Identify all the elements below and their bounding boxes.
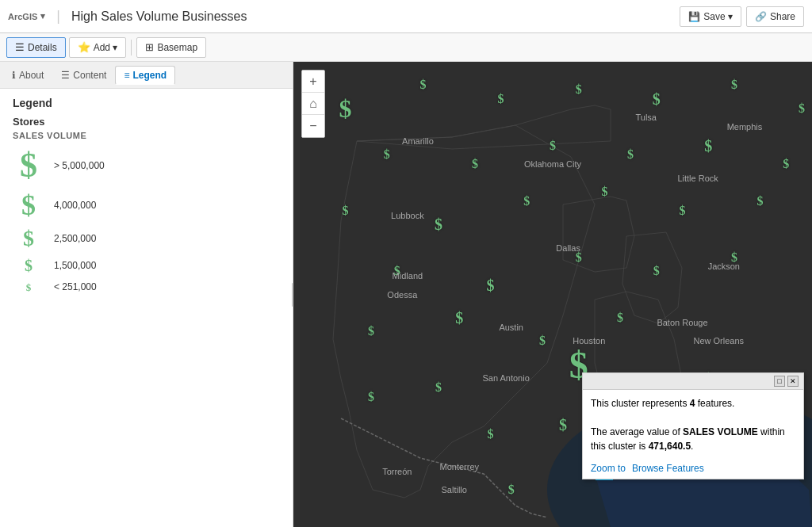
- legend-item: $ 1,500,000: [13, 258, 280, 273]
- legend-content: Legend Stores SALES VOLUME $ > 5,000,000…: [0, 89, 293, 308]
- basemap-icon: ⊞: [145, 41, 154, 53]
- popup-restore-button[interactable]: □: [774, 376, 785, 387]
- basemap-button[interactable]: ⊞ Basemap: [136, 37, 206, 58]
- topbar-right: 💾 Save ▾ 🔗 Share: [680, 6, 804, 27]
- legend-item-label: 4,000,000: [54, 200, 96, 211]
- page-title: High Sales Volume Businesses: [71, 10, 247, 24]
- legend-item: $ < 251,000: [13, 281, 280, 292]
- dollar-sign-icon: $: [23, 227, 34, 250]
- legend-item: $ 4,000,000: [13, 191, 280, 220]
- popup-zoom-link[interactable]: Zoom to: [591, 463, 626, 474]
- legend-symbol: $: [13, 258, 44, 273]
- save-label: Save ▾: [703, 11, 733, 22]
- save-button[interactable]: 💾 Save ▾: [680, 6, 741, 27]
- arcgis-dropdown-icon[interactable]: ▾: [40, 11, 45, 21]
- top-bar: ArcGIS ▾ | High Sales Volume Businesses …: [0, 0, 812, 33]
- map-area[interactable]: $$$$$$$$$$$$$$$$$$$$$$$$$$$$$$$$$$$$$$$$…: [293, 62, 812, 527]
- zoom-in-button[interactable]: +: [302, 71, 324, 93]
- legend-item-label: 2,500,000: [54, 233, 96, 244]
- legend-symbol: $: [13, 148, 44, 183]
- legend-tab-label: Legend: [132, 70, 167, 81]
- popup-browse-link[interactable]: Browse Features: [632, 463, 704, 474]
- about-tab-icon: ℹ: [12, 70, 16, 81]
- dollar-sign-icon: $: [20, 148, 37, 183]
- legend-item-label: > 5,000,000: [54, 160, 105, 171]
- dollar-sign-icon: $: [21, 191, 36, 220]
- add-icon: ⭐: [78, 41, 90, 53]
- popup-text2: features.: [695, 398, 734, 409]
- basemap-label: Basemap: [157, 42, 197, 53]
- content-tab-label: Content: [73, 70, 106, 81]
- popup-body: This cluster represents 4 features. The …: [583, 390, 803, 460]
- legend-title: Legend: [13, 97, 280, 109]
- popup-field-label: SALES VOLUME: [683, 426, 758, 437]
- sidebar-tabs: ℹ About ☰ Content ≡ Legend: [0, 62, 293, 89]
- legend-item-label: < 251,000: [54, 281, 97, 292]
- popup-text1: This cluster represents: [591, 398, 690, 409]
- share-label: Share: [770, 11, 795, 22]
- popup-titlebar: □ ✕: [583, 373, 803, 390]
- legend-symbol: $: [13, 191, 44, 220]
- tab-legend[interactable]: ≡ Legend: [115, 66, 175, 85]
- popup-avg-value: 471,640.5: [649, 441, 691, 452]
- legend-layer-name: Stores: [13, 116, 280, 128]
- popup-links: Zoom to Browse Features: [583, 460, 803, 479]
- legend-items-container: $ > 5,000,000 $ 4,000,000 $ 2,500,000 $ …: [13, 148, 280, 292]
- popup: □ ✕ This cluster represents 4 features. …: [582, 372, 804, 479]
- legend-item: $ > 5,000,000: [13, 148, 280, 183]
- details-icon: ☰: [15, 41, 25, 53]
- map-controls: + ⌂ −: [301, 70, 325, 138]
- legend-tab-icon: ≡: [124, 70, 129, 81]
- details-label: Details: [28, 42, 57, 53]
- legend-item: $ 2,500,000: [13, 227, 280, 250]
- details-button[interactable]: ☰ Details: [6, 37, 66, 58]
- tab-content[interactable]: ☰ Content: [52, 66, 115, 85]
- arcgis-name: ArcGIS: [8, 12, 37, 21]
- content-tab-icon: ☰: [61, 70, 70, 81]
- popup-text3: The average value of: [591, 426, 683, 437]
- main-layout: ℹ About ☰ Content ≡ Legend ◀ Legend Stor…: [0, 62, 812, 527]
- legend-symbol: $: [13, 227, 44, 250]
- zoom-out-button[interactable]: −: [302, 115, 324, 137]
- arcgis-logo[interactable]: ArcGIS ▾: [8, 11, 45, 21]
- title-separator: |: [56, 8, 60, 25]
- popup-text5: .: [691, 441, 693, 452]
- share-button[interactable]: 🔗 Share: [746, 6, 804, 27]
- legend-field-name: SALES VOLUME: [13, 131, 280, 140]
- save-icon: 💾: [688, 11, 700, 22]
- popup-close-button[interactable]: ✕: [787, 376, 799, 387]
- toolbar-separator: [131, 40, 132, 55]
- sidebar: ℹ About ☰ Content ≡ Legend ◀ Legend Stor…: [0, 62, 293, 527]
- dollar-sign-icon: $: [25, 258, 33, 273]
- legend-symbol: $: [13, 282, 44, 292]
- share-icon: 🔗: [755, 11, 767, 22]
- about-tab-label: About: [19, 70, 44, 81]
- tab-about[interactable]: ℹ About: [3, 66, 52, 85]
- dollar-sign-icon: $: [26, 282, 32, 292]
- add-label: Add ▾: [94, 42, 118, 53]
- legend-item-label: 1,500,000: [54, 260, 96, 271]
- add-button[interactable]: ⭐ Add ▾: [69, 37, 127, 58]
- home-button[interactable]: ⌂: [302, 93, 324, 115]
- toolbar: ☰ Details ⭐ Add ▾ ⊞ Basemap: [0, 33, 812, 62]
